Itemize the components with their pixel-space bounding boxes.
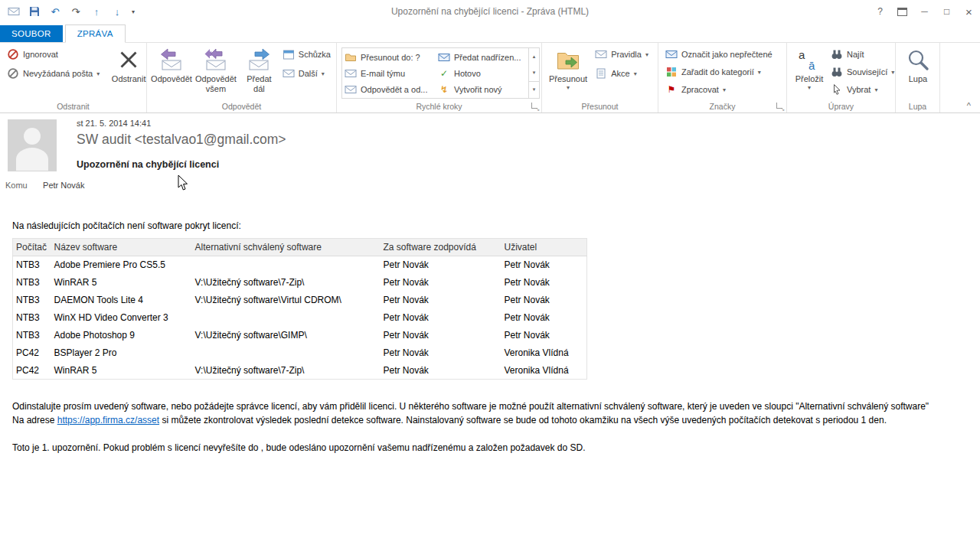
lightning-icon: ↯ — [438, 84, 450, 95]
translate-button[interactable]: Přeložit ▾ — [792, 47, 827, 92]
redo-button[interactable]: ↷ — [66, 2, 86, 21]
ribbon-group-zoom: Lupa Lupa — [896, 43, 940, 112]
translate-label: Přeložit — [795, 74, 824, 84]
cell-software: Adobe Premiere Pro CS5.5 — [51, 256, 192, 274]
titlebar: ↶ ↷ ↑ ↓ ▾ Upozornění na chybějící licenc… — [0, 0, 980, 23]
quick-step-to-manager[interactable]: Předat nadřízen... — [438, 49, 528, 65]
window-controls: ? ─ □ × — [869, 0, 980, 23]
tab-message[interactable]: ZPRÁVA — [65, 24, 126, 43]
zoom-label: Lupa — [909, 74, 927, 84]
mark-unread-button[interactable]: Označit jako nepřečtené — [663, 47, 775, 62]
customize-qat-button[interactable]: ▾ — [128, 2, 139, 21]
follow-up-button[interactable]: ⚑ Zpracovat ▾ — [663, 82, 775, 97]
col-header-software: Název software — [51, 239, 192, 256]
col-header-alternative: Alternativní schválený software — [192, 239, 381, 256]
message-header: st 21. 5. 2014 14:41 SW audit <testalvao… — [0, 113, 980, 199]
undo-button[interactable]: ↶ — [45, 2, 65, 21]
reply-all-button[interactable]: Odpovědět všem — [191, 47, 240, 94]
cell-user: Petr Novák — [501, 292, 587, 309]
chevron-down-icon: ▾ — [634, 70, 637, 77]
cell-responsible: Petr Novák — [381, 327, 501, 344]
forward-button[interactable]: Předat dál — [240, 47, 278, 94]
chevron-down-icon: ▾ — [758, 69, 761, 76]
cell-computer: PC42 — [13, 362, 51, 380]
categorize-button[interactable]: Zařadit do kategorií ▾ — [663, 64, 775, 80]
save-button[interactable] — [24, 2, 44, 21]
ignore-icon — [7, 48, 19, 60]
quick-steps-scroll-up-button[interactable]: ▴ — [529, 48, 539, 64]
chevron-down-icon: ▾ — [322, 70, 325, 77]
ribbon-tab-strip: SOUBOR ZPRÁVA — [0, 23, 980, 43]
quick-step-done[interactable]: ✓ Hotovo — [438, 65, 528, 81]
tags-dialog-launcher[interactable]: ↘ — [776, 102, 784, 110]
follow-up-label: Zpracovat — [681, 85, 719, 94]
move-folder-icon — [556, 47, 580, 72]
group-label-quick-steps: Rychlé kroky — [337, 102, 541, 111]
minimize-button[interactable]: ─ — [913, 0, 936, 23]
quick-step-create-new[interactable]: ↯ Vytvořit nový — [438, 81, 528, 97]
table-row: NTB3 WinX HD Video Converter 3 Petr Nová… — [13, 309, 587, 327]
select-button[interactable]: Vybrat ▾ — [828, 82, 897, 97]
actions-button[interactable]: Akce ▾ — [593, 66, 651, 81]
col-header-responsible: Za software zodpovídá — [381, 239, 501, 256]
tab-file[interactable]: SOUBOR — [0, 25, 63, 42]
redo-icon: ↷ — [72, 6, 80, 18]
quick-step-reply-and-delete[interactable]: Odpovědět a od... — [345, 81, 438, 97]
ignore-button[interactable]: Ignorovat — [5, 47, 102, 62]
quick-steps-scroll-down-button[interactable]: ▾ — [529, 64, 539, 80]
down-arrow-icon: ↓ — [115, 6, 120, 18]
close-button[interactable]: × — [958, 0, 980, 23]
table-row: NTB3 DAEMON Tools Lite 4 V:\Užitečný sof… — [13, 292, 587, 309]
rules-button[interactable]: Pravidla ▾ — [593, 47, 651, 62]
related-button[interactable]: Související ▾ — [828, 64, 897, 80]
actions-label: Akce — [611, 69, 629, 78]
zoom-button[interactable]: Lupa — [900, 47, 936, 85]
quick-step-move-to[interactable]: Přesunout do: ? — [345, 49, 438, 65]
cell-alternative: V:\Užitečný software\7-Zip\ — [192, 274, 381, 292]
junk-button[interactable]: Nevyžádaná pošta ▾ — [5, 66, 102, 81]
cell-software: WinRAR 5 — [51, 362, 192, 380]
body-paragraph-link: Na adrese https://app.firma.cz/asset si … — [12, 413, 968, 427]
window-mail-icon[interactable] — [4, 2, 24, 21]
group-label-move: Přesunout — [542, 102, 658, 111]
reply-icon — [159, 47, 184, 72]
cell-user: Petr Novák — [501, 256, 587, 274]
ribbon-display-icon — [897, 8, 907, 16]
find-button[interactable]: Najít — [828, 47, 897, 62]
reply-all-icon — [204, 47, 228, 72]
move-button[interactable]: Přesunout ▾ — [547, 47, 590, 92]
next-item-button[interactable]: ↓ — [107, 2, 127, 21]
quick-steps-dialog-launcher[interactable]: ↘ — [531, 102, 539, 110]
undo-icon: ↶ — [51, 6, 60, 18]
col-header-user: Uživatel — [501, 239, 587, 256]
cell-user: Veronika Vlídná — [501, 344, 587, 362]
cell-software: BSPlayer 2 Pro — [51, 344, 192, 362]
table-row: PC42 WinRAR 5 V:\Užitečný software\7-Zip… — [13, 362, 587, 380]
ribbon-group-quick-steps: Přesunout do: ? E-mail týmu Odpovědět a … — [337, 43, 542, 112]
table-row: PC42 BSPlayer 2 Pro Petr Novák Veronika … — [13, 344, 587, 362]
recipient-row: Komu Petr Novák — [5, 181, 84, 190]
ribbon-display-options-button[interactable] — [891, 0, 913, 23]
ribbon-group-delete: Ignorovat Nevyžádaná pošta ▾ Odstranit O… — [0, 43, 147, 112]
select-pointer-icon — [831, 83, 843, 96]
cell-software: WinX HD Video Converter 3 — [51, 309, 192, 327]
quick-steps-more-button[interactable]: ▾ — [529, 81, 539, 98]
minimize-icon: ─ — [921, 6, 928, 17]
window-title: Upozornění na chybějící licenci - Zpráva… — [0, 6, 980, 17]
delete-button[interactable]: Odstranit — [111, 47, 146, 85]
ribbon-group-tags: Označit jako nepřečtené Zařadit do kateg… — [658, 43, 787, 112]
actions-icon — [595, 67, 607, 80]
quick-steps-gallery: Přesunout do: ? E-mail týmu Odpovědět a … — [341, 47, 540, 99]
quick-step-team-email[interactable]: E-mail týmu — [345, 65, 438, 81]
help-button[interactable]: ? — [869, 0, 891, 23]
more-respond-button[interactable]: Další ▾ — [280, 66, 333, 81]
asset-link[interactable]: https://app.firma.cz/asset — [57, 415, 159, 425]
reply-button[interactable]: Odpovědět — [152, 47, 191, 85]
related-icon — [831, 66, 843, 78]
previous-item-button[interactable]: ↑ — [87, 2, 106, 21]
meeting-button[interactable]: Schůzka — [280, 47, 333, 62]
to-recipient[interactable]: Petr Novák — [43, 181, 84, 190]
close-icon: × — [965, 5, 972, 18]
maximize-button[interactable]: □ — [936, 0, 958, 23]
collapse-ribbon-button[interactable]: ^ — [967, 101, 971, 110]
